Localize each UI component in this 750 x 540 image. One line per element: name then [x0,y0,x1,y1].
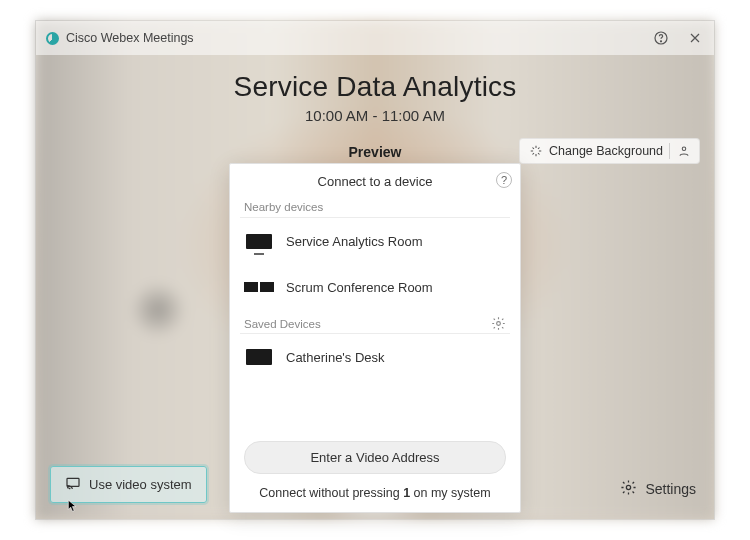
dual-screen-icon [244,272,274,302]
tv-icon [244,226,274,256]
settings-button[interactable]: Settings [620,479,696,499]
preview-label: Preview [349,144,402,160]
device-name: Catherine's Desk [286,350,385,365]
app-window: Cisco Webex Meetings Service Data Analyt… [35,20,715,520]
close-icon[interactable] [686,29,704,47]
window-title: Cisco Webex Meetings [66,31,194,45]
device-row-service-analytics[interactable]: Service Analytics Room [230,218,520,264]
use-video-system-label: Use video system [89,477,192,492]
enter-video-address-button[interactable]: Enter a Video Address [244,441,506,474]
panel-help-icon[interactable]: ? [496,172,512,188]
meeting-title: Service Data Analytics [36,71,714,103]
device-name: Scrum Conference Room [286,280,433,295]
use-video-system-button[interactable]: Use video system [50,466,207,503]
meeting-header: Service Data Analytics 10:00 AM - 11:00 … [36,55,714,124]
titlebar: Cisco Webex Meetings [36,21,714,55]
change-background-label: Change Background [549,144,663,158]
gear-icon [620,479,637,499]
person-icon [676,144,691,159]
panel-footer: Enter a Video Address Connect without pr… [230,431,520,512]
svg-point-2 [682,147,686,151]
saved-devices-label: Saved Devices [244,318,321,330]
panel-heading-row: Connect to a device ? [230,164,520,195]
divider [669,143,670,159]
webex-logo-icon [46,32,59,45]
nearby-devices-label: Nearby devices [230,195,520,217]
settings-label: Settings [645,481,696,497]
saved-devices-row: Saved Devices [230,310,520,333]
connect-device-panel: Connect to a device ? Nearby devices Ser… [229,163,521,513]
monitor-icon [244,342,274,372]
svg-point-3 [497,322,501,326]
help-icon[interactable] [652,29,670,47]
cast-icon [65,475,81,494]
connect-without-pressing-link[interactable]: Connect without pressing 1 on my system [259,486,490,500]
svg-rect-4 [67,478,79,486]
sparkle-icon [528,144,543,159]
device-row-catherines-desk[interactable]: Catherine's Desk [230,334,520,380]
device-row-scrum-conference[interactable]: Scrum Conference Room [230,264,520,310]
device-name: Service Analytics Room [286,234,423,249]
gear-icon[interactable] [491,316,506,331]
meeting-time: 10:00 AM - 11:00 AM [36,107,714,124]
panel-heading: Connect to a device [318,174,433,189]
preview-row: Preview Change Background [36,138,714,166]
change-background-button[interactable]: Change Background [519,138,700,164]
svg-point-1 [660,41,661,42]
svg-point-5 [627,485,631,489]
